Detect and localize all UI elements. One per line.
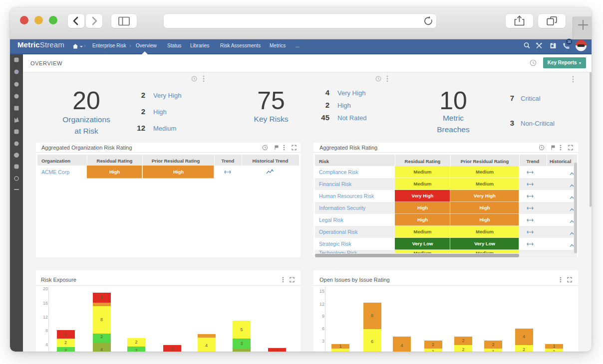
- svg-text:38: 38: [567, 40, 571, 43]
